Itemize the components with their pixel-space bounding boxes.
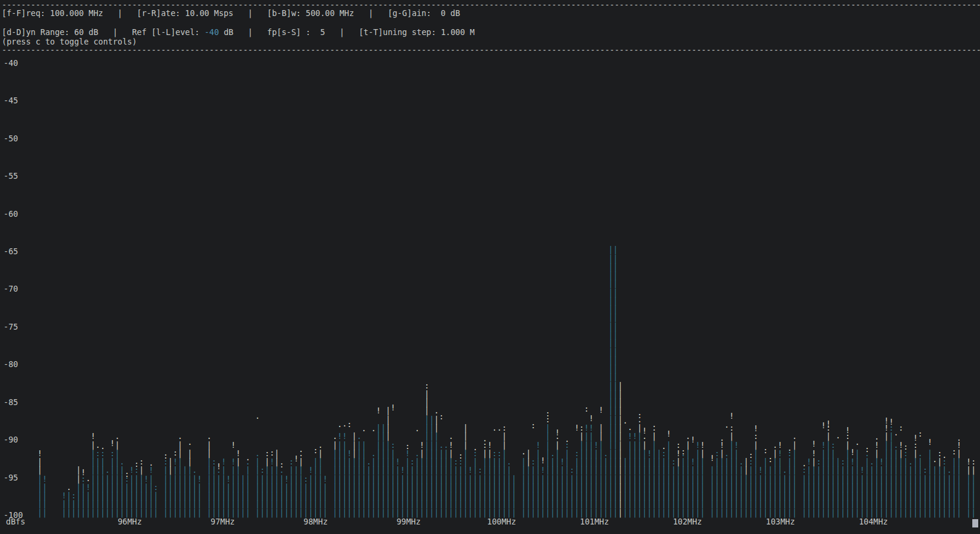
peak-hold-marker: . — [188, 438, 192, 446]
controls-line-2: [d-D]yn Range: 60 dB | Ref [l-L]evel: -4… — [2, 28, 475, 36]
terminal-cursor — [972, 519, 978, 527]
y-axis-label: -60 — [4, 210, 18, 218]
y-axis-label: -70 — [4, 285, 18, 293]
peak-hold-marker: . — [802, 459, 807, 467]
peak-hold-marker: : — [899, 424, 903, 432]
peak-hold-marker: . — [623, 416, 627, 425]
x-axis-label: 101MHz — [580, 517, 609, 526]
peak-hold-marker: : — [280, 460, 284, 469]
peak-hold-marker: : — [545, 409, 550, 418]
x-axis-label: 104MHz — [859, 517, 888, 526]
peak-hold-marker: ! — [778, 441, 782, 449]
peak-hold-marker: . — [836, 431, 841, 440]
peak-hold-marker: . — [342, 419, 347, 428]
spectrum-column: ! | | | | — [323, 475, 328, 517]
peak-hold-marker: . — [661, 442, 666, 450]
x-axis-label: 102MHz — [673, 517, 702, 526]
x-axis-label: 97MHz — [211, 517, 235, 526]
peak-hold-marker: . — [337, 420, 342, 428]
peak-hold-marker: . — [299, 445, 303, 453]
peak-hold-marker: ! — [555, 428, 560, 437]
peak-hold-marker: : — [313, 446, 318, 454]
peak-hold-marker: ! — [845, 426, 850, 434]
peak-hold-marker: : — [125, 470, 129, 478]
peak-hold-marker: . — [100, 442, 105, 450]
peak-hold-marker: . — [874, 432, 879, 441]
peak-hold-marker: : — [584, 405, 589, 413]
peak-hold-marker: ! — [110, 439, 115, 447]
peak-hold-marker: ! — [850, 448, 855, 456]
spectrum-column: . || | | | | | | | — [792, 432, 797, 517]
peak-hold-marker: : — [269, 448, 274, 457]
peak-hold-marker: . — [96, 441, 100, 449]
y-axis-label: -90 — [4, 435, 18, 444]
peak-hold-marker: ! — [575, 424, 579, 432]
spectrum-column: ! || | | | | | | — [700, 441, 706, 517]
peak-hold-marker: ! — [821, 421, 826, 429]
header-separator-bottom: ----------------------------------------… — [2, 46, 980, 54]
peak-hold-marker: . — [521, 447, 526, 456]
peak-hold-marker: : — [749, 451, 753, 459]
peak-hold-marker: : — [903, 443, 908, 451]
spectrum-column: ! | | | | — [42, 475, 47, 517]
peak-hold-marker: ! — [642, 426, 647, 435]
peak-hold-marker: : — [134, 460, 139, 468]
terminal-screen[interactable]: ----------------------------------------… — [0, 0, 980, 534]
peak-hold-marker: . — [564, 435, 569, 443]
controls-line-1: [f-F]req: 100.000 MHz | [r-R]ate: 10.00 … — [2, 9, 460, 17]
peak-hold-marker: ! — [589, 414, 594, 422]
peak-hold-marker: . — [86, 474, 91, 482]
peak-hold-marker: ! — [913, 434, 918, 442]
peak-hold-marker: : — [676, 441, 681, 449]
header-separator-top: ----------------------------------------… — [2, 1, 980, 9]
y-axis-label: -45 — [4, 96, 18, 105]
peak-hold-marker: . — [652, 420, 656, 428]
peak-hold-marker: . — [483, 434, 487, 443]
peak-hold-marker: ! — [391, 403, 395, 412]
peak-hold-marker: ! — [884, 416, 889, 425]
peak-hold-marker: ! — [598, 406, 603, 414]
y-axis-label: -50 — [4, 134, 18, 143]
peak-hold-marker: ! — [667, 429, 671, 438]
x-axis-label: 99MHz — [397, 517, 421, 526]
peak-hold-marker: . — [497, 424, 502, 432]
spectrum-column: | | | | | — [512, 475, 517, 517]
spectrum-column: . | | | | | | — [245, 457, 250, 517]
peak-hold-marker: ! — [231, 441, 236, 449]
peak-hold-marker: . — [449, 432, 453, 440]
peak-hold-marker: : — [163, 451, 168, 460]
peak-hold-marker: . — [933, 455, 937, 463]
peak-hold-marker: : — [405, 442, 410, 450]
y-axis-label: -85 — [4, 398, 18, 406]
x-axis-label: 103MHz — [766, 517, 795, 526]
peak-hold-marker: . — [148, 459, 153, 467]
spectrum-column: : || | | | | — [971, 457, 976, 517]
peak-hold-marker: : — [347, 420, 352, 428]
peak-hold-marker: . — [942, 451, 947, 459]
y-axis-label: -95 — [4, 473, 18, 482]
peak-hold-marker: . — [361, 424, 366, 432]
peak-hold-marker: ! — [928, 438, 933, 446]
peak-hold-marker: ! — [811, 440, 816, 448]
peak-hold-marker: : — [638, 411, 642, 419]
peak-hold-marker: ! — [753, 424, 758, 432]
peak-hold-marker: : — [439, 412, 443, 421]
peak-hold-marker: . — [371, 424, 376, 432]
spectrum-column: : | | | — [154, 483, 159, 517]
peak-hold-marker: ! — [889, 418, 893, 426]
x-axis-label: 98MHz — [303, 517, 328, 526]
peak-hold-marker: ! — [294, 454, 299, 463]
peak-hold-marker: ! — [826, 419, 830, 428]
peak-hold-marker: : — [458, 451, 463, 460]
y-axis-label: -75 — [4, 323, 18, 331]
peak-hold-marker: : — [865, 445, 870, 453]
y-axis-label: -40 — [4, 59, 18, 67]
peak-hold-marker: : — [173, 448, 177, 457]
peak-hold-marker: . — [415, 424, 420, 432]
peak-hold-marker: : — [531, 421, 535, 429]
peak-hold-marker: ! — [217, 462, 221, 470]
peak-hold-marker: ! — [710, 454, 715, 462]
y-axis-label: -65 — [4, 247, 18, 255]
peak-hold-marker: ! — [81, 468, 85, 476]
peak-hold-marker: : — [681, 447, 686, 456]
